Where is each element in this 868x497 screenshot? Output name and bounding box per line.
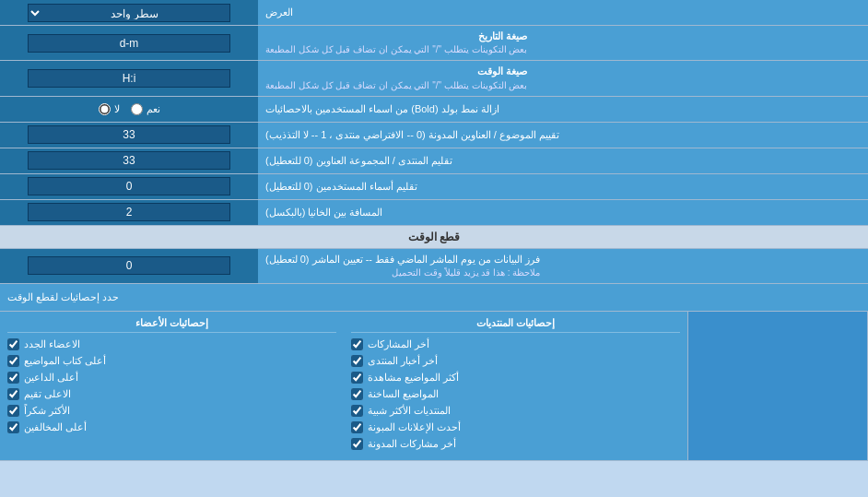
cb-top-rated[interactable] <box>7 388 19 400</box>
radio-yes-label: نعم <box>147 103 160 115</box>
users-sort-input-cell <box>0 174 258 199</box>
time-format-label: صيغة الوقت بعض التكوينات يتطلب "/" التي … <box>258 61 868 95</box>
header-row: العرض سطر واحد سطرين ثلاثة أسطر <box>0 0 868 26</box>
cb-similar[interactable] <box>351 405 363 417</box>
topics-sort-label: تقييم الموضوع / العناوين المدونة (0 -- ا… <box>258 123 868 148</box>
topics-sort-input[interactable] <box>28 125 230 144</box>
header-label: العرض <box>258 0 868 25</box>
realtime-label: فرز البيانات من يوم الماشر الماضي فقط --… <box>258 249 868 283</box>
cb-news[interactable] <box>351 355 363 367</box>
realtime-note: ملاحظة : هذا قد يزيد قليلاً وقت التحميل <box>265 266 540 279</box>
cb-item-top-inviters: أعلى الداعين <box>7 372 336 384</box>
radio-no-group: لا <box>99 103 120 115</box>
radio-no-label: لا <box>114 103 120 115</box>
header-dropdown-cell: سطر واحد سطرين ثلاثة أسطر <box>0 0 258 25</box>
cb-item-announcements: أحدث الإعلانات المبونة <box>351 421 680 433</box>
realtime-section-header: قطع الوقت <box>0 226 868 249</box>
cb-top-writers[interactable] <box>7 355 19 367</box>
checkbox-col-empty <box>688 312 868 460</box>
stats-limit-row: حدد إحصائيات لقطع الوقت <box>0 284 868 312</box>
cb-announcements[interactable] <box>351 421 363 433</box>
spacing-row: المسافة بين الخانيا (بالبكسل) <box>0 200 868 226</box>
cb-new-members[interactable] <box>7 338 19 350</box>
date-format-input[interactable] <box>28 34 230 53</box>
checkbox-col-members: إحصائيات الأعضاء الاعضاء الجدد أعلى كتاب… <box>0 312 344 460</box>
forum-sort-input-cell <box>0 148 258 173</box>
cb-item-similar: المنتديات الأكثر شبية <box>351 405 680 417</box>
realtime-input-cell <box>0 249 258 283</box>
cb-item-viewed: أكثر المواضيع مشاهدة <box>351 372 680 384</box>
forum-sort-row: تقليم المنتدى / المجموعة العناوين (0 للت… <box>0 148 868 174</box>
display-dropdown[interactable]: سطر واحد سطرين ثلاثة أسطر <box>28 4 230 22</box>
users-sort-label: تقليم أسماء المستخدمين (0 للتعطيل) <box>258 174 868 199</box>
checkbox-col-forums: إحصائيات المنتديات أخر المشاركات أخر أخب… <box>344 312 688 460</box>
users-sort-input[interactable] <box>28 177 230 195</box>
spacing-label: المسافة بين الخانيا (بالبكسل) <box>258 200 868 225</box>
cb-item-hot: المواضيع الساخنة <box>351 388 680 400</box>
cb-top-violations[interactable] <box>7 421 19 433</box>
realtime-row: فرز البيانات من يوم الماشر الماضي فقط --… <box>0 249 868 284</box>
date-format-label: صيغة التاريخ بعض التكوينات يتطلب "/" الت… <box>258 26 868 60</box>
spacing-input[interactable] <box>28 203 230 221</box>
forums-col-header: إحصائيات المنتديات <box>351 317 680 333</box>
members-col-header: إحصائيات الأعضاء <box>7 317 336 333</box>
topics-sort-input-cell <box>0 123 258 148</box>
spacing-input-cell <box>0 200 258 225</box>
forum-sort-label: تقليم المنتدى / المجموعة العناوين (0 للت… <box>258 148 868 173</box>
cb-top-inviters[interactable] <box>7 372 19 384</box>
cb-blog-posts[interactable] <box>351 438 363 450</box>
topics-sort-row: تقييم الموضوع / العناوين المدونة (0 -- ا… <box>0 123 868 148</box>
cb-item-shares: أخر المشاركات <box>351 338 680 350</box>
bold-remove-radio-cell: نعم لا <box>0 97 258 122</box>
date-format-row: صيغة التاريخ بعض التكوينات يتطلب "/" الت… <box>0 26 868 61</box>
cb-hot[interactable] <box>351 388 363 400</box>
cb-item-top-rated: الاعلى تقيم <box>7 388 336 400</box>
checkboxes-section: إحصائيات المنتديات أخر المشاركات أخر أخب… <box>0 312 868 461</box>
time-format-row: صيغة الوقت بعض التكوينات يتطلب "/" التي … <box>0 61 868 96</box>
users-sort-row: تقليم أسماء المستخدمين (0 للتعطيل) <box>0 174 868 200</box>
time-format-input-cell <box>0 61 258 95</box>
cb-viewed[interactable] <box>351 372 363 384</box>
bold-remove-row: ازالة نمط بولد (Bold) من اسماء المستخدمي… <box>0 97 868 123</box>
cb-item-blog-posts: أخر مشاركات المدونة <box>351 438 680 450</box>
realtime-input[interactable] <box>28 256 230 275</box>
radio-yes[interactable] <box>131 103 143 115</box>
forum-sort-input[interactable] <box>28 151 230 170</box>
stats-limit-label: حدد إحصائيات لقطع الوقت <box>0 284 868 311</box>
cb-item-news: أخر أخبار المنتدى <box>351 355 680 367</box>
bold-remove-label: ازالة نمط بولد (Bold) من اسماء المستخدمي… <box>258 97 868 122</box>
cb-item-new-members: الاعضاء الجدد <box>7 338 336 350</box>
radio-yes-group: نعم <box>131 103 160 115</box>
radio-no[interactable] <box>99 103 111 115</box>
cb-most-thanks[interactable] <box>7 405 19 417</box>
time-format-input[interactable] <box>28 69 230 88</box>
date-format-input-cell <box>0 26 258 60</box>
cb-item-top-violations: أعلى المخالفين <box>7 421 336 433</box>
cb-shares[interactable] <box>351 338 363 350</box>
cb-item-most-thanks: الأكثر شكراً <box>7 405 336 417</box>
cb-item-top-writers: أعلى كتاب المواضيع <box>7 355 336 367</box>
